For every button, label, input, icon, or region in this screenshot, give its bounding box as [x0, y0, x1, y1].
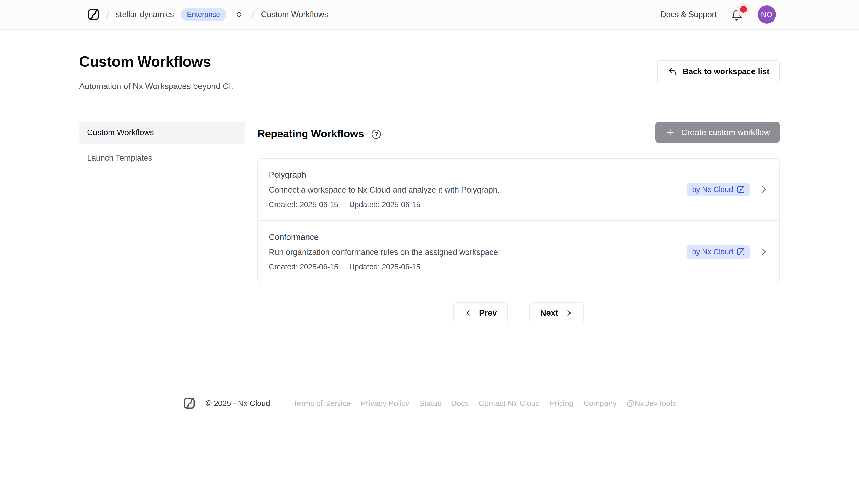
nx-logo-icon [737, 248, 745, 256]
footer-link-status[interactable]: Status [419, 399, 441, 408]
user-avatar[interactable]: NO [758, 5, 776, 24]
by-nx-cloud-badge[interactable]: by Nx Cloud [687, 245, 750, 259]
prev-page-button[interactable]: Prev [453, 302, 508, 323]
workflow-list: Polygraph Connect a workspace to Nx Clou… [257, 158, 780, 283]
create-custom-workflow-button[interactable]: Create custom workflow [655, 122, 780, 143]
workflow-created: Created: 2025-06-15 [269, 263, 338, 271]
create-button-label: Create custom workflow [681, 128, 770, 137]
nx-cloud-footer-logo-icon [183, 397, 196, 410]
workflow-updated: Updated: 2025-06-15 [349, 200, 420, 209]
section-heading: Repeating Workflows [257, 128, 364, 140]
workflow-description: Connect a workspace to Nx Cloud and anal… [269, 185, 687, 195]
prev-label: Prev [479, 308, 497, 318]
workflow-row-polygraph[interactable]: Polygraph Connect a workspace to Nx Clou… [258, 158, 779, 220]
top-navigation-bar: / stellar-dynamics Enterprise / Custom W… [0, 0, 859, 30]
breadcrumb-current-page[interactable]: Custom Workflows [261, 10, 328, 19]
settings-sidebar: Custom Workflows Launch Templates [79, 122, 245, 323]
page-footer: © 2025 - Nx Cloud Terms of Service Priva… [0, 377, 859, 410]
chevron-left-icon [464, 309, 472, 317]
docs-support-link[interactable]: Docs & Support [660, 10, 717, 19]
page-subtitle: Automation of Nx Workspaces beyond CI. [79, 81, 233, 91]
workflow-name: Conformance [269, 232, 687, 242]
workflow-created: Created: 2025-06-15 [269, 200, 338, 209]
back-to-workspace-list-button[interactable]: Back to workspace list [657, 60, 780, 83]
back-button-label: Back to workspace list [683, 67, 769, 76]
notification-dot [740, 6, 747, 13]
chevron-right-icon [759, 185, 768, 194]
page-title: Custom Workflows [79, 53, 233, 70]
next-label: Next [540, 308, 558, 318]
copyright-text: © 2025 - Nx Cloud [206, 399, 270, 408]
repeating-workflows-section: Repeating Workflows ? Create custom work… [257, 122, 780, 323]
plus-icon [665, 127, 675, 137]
badge-label: by Nx Cloud [692, 185, 733, 194]
workflow-row-conformance[interactable]: Conformance Run organization conformance… [258, 220, 779, 282]
footer-link-contact[interactable]: Contact Nx Cloud [479, 399, 540, 408]
workspace-switcher-icon[interactable] [235, 10, 244, 19]
by-nx-cloud-badge[interactable]: by Nx Cloud [687, 183, 750, 197]
sidebar-item-launch-templates[interactable]: Launch Templates [79, 147, 245, 169]
breadcrumb-separator: / [251, 9, 255, 20]
enterprise-plan-badge: Enterprise [181, 8, 226, 21]
badge-label: by Nx Cloud [692, 248, 733, 256]
footer-links: Terms of Service Privacy Policy Status D… [293, 399, 676, 408]
footer-link-pricing[interactable]: Pricing [550, 399, 574, 408]
breadcrumb: / stellar-dynamics Enterprise / Custom W… [87, 8, 328, 21]
workflow-name: Polygraph [269, 170, 687, 180]
footer-link-privacy[interactable]: Privacy Policy [361, 399, 409, 408]
footer-link-nxdevtools[interactable]: @NxDevTools [627, 399, 676, 408]
footer-link-docs[interactable]: Docs [451, 399, 469, 408]
sidebar-item-custom-workflows[interactable]: Custom Workflows [79, 122, 245, 143]
nx-cloud-logo-icon[interactable] [87, 8, 100, 21]
breadcrumb-separator: / [106, 9, 110, 20]
footer-link-terms[interactable]: Terms of Service [293, 399, 351, 408]
nx-logo-icon [737, 185, 745, 194]
footer-link-company[interactable]: Company [583, 399, 616, 408]
breadcrumb-workspace[interactable]: stellar-dynamics [116, 10, 174, 19]
workflow-description: Run organization conformance rules on th… [269, 248, 687, 257]
chevron-right-icon [759, 247, 768, 256]
main-content: Custom Workflows Automation of Nx Worksp… [79, 30, 780, 377]
workflow-updated: Updated: 2025-06-15 [349, 263, 420, 271]
pagination: Prev Next [257, 302, 780, 323]
notifications-button[interactable] [731, 8, 744, 21]
next-page-button[interactable]: Next [529, 302, 584, 323]
chevron-right-icon [565, 309, 573, 317]
return-arrow-icon [668, 67, 677, 76]
help-icon[interactable]: ? [372, 129, 381, 139]
